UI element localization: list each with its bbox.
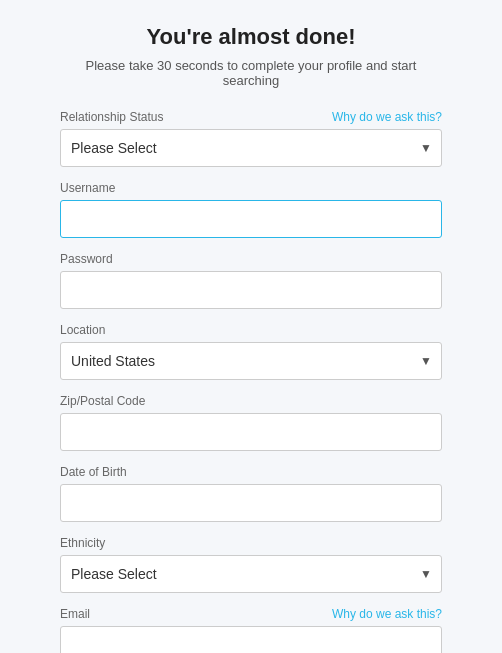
password-input[interactable] — [60, 271, 442, 309]
zip-code-label-row: Zip/Postal Code — [60, 394, 442, 408]
profile-form-card: You're almost done! Please take 30 secon… — [0, 0, 502, 653]
relationship-status-select[interactable]: Please Select Single Married Divorced Wi… — [60, 129, 442, 167]
relationship-status-group: Relationship Status Why do we ask this? … — [60, 110, 442, 167]
password-label: Password — [60, 252, 113, 266]
location-label-row: Location — [60, 323, 442, 337]
password-label-row: Password — [60, 252, 442, 266]
location-group: Location United States Canada United Kin… — [60, 323, 442, 380]
location-select-wrapper: United States Canada United Kingdom Aust… — [60, 342, 442, 380]
relationship-status-label-row: Relationship Status Why do we ask this? — [60, 110, 442, 124]
dob-label-row: Date of Birth — [60, 465, 442, 479]
username-input[interactable] — [60, 200, 442, 238]
location-label: Location — [60, 323, 105, 337]
relationship-status-why-link[interactable]: Why do we ask this? — [332, 110, 442, 124]
ethnicity-group: Ethnicity Please Select Asian Black Hisp… — [60, 536, 442, 593]
zip-code-group: Zip/Postal Code — [60, 394, 442, 451]
username-group: Username — [60, 181, 442, 238]
username-label-row: Username — [60, 181, 442, 195]
zip-code-label: Zip/Postal Code — [60, 394, 145, 408]
page-subtitle: Please take 30 seconds to complete your … — [60, 58, 442, 88]
email-why-link[interactable]: Why do we ask this? — [332, 607, 442, 621]
password-group: Password — [60, 252, 442, 309]
zip-code-input[interactable] — [60, 413, 442, 451]
ethnicity-select[interactable]: Please Select Asian Black Hispanic White… — [60, 555, 442, 593]
ethnicity-label-row: Ethnicity — [60, 536, 442, 550]
email-label: Email — [60, 607, 90, 621]
dob-label: Date of Birth — [60, 465, 127, 479]
username-label: Username — [60, 181, 115, 195]
dob-input[interactable] — [60, 484, 442, 522]
email-input[interactable] — [60, 626, 442, 653]
email-label-row: Email Why do we ask this? — [60, 607, 442, 621]
ethnicity-select-wrapper: Please Select Asian Black Hispanic White… — [60, 555, 442, 593]
email-group: Email Why do we ask this? — [60, 607, 442, 653]
relationship-status-select-wrapper: Please Select Single Married Divorced Wi… — [60, 129, 442, 167]
location-select[interactable]: United States Canada United Kingdom Aust… — [60, 342, 442, 380]
ethnicity-label: Ethnicity — [60, 536, 105, 550]
relationship-status-label: Relationship Status — [60, 110, 163, 124]
page-title: You're almost done! — [60, 24, 442, 50]
dob-group: Date of Birth — [60, 465, 442, 522]
